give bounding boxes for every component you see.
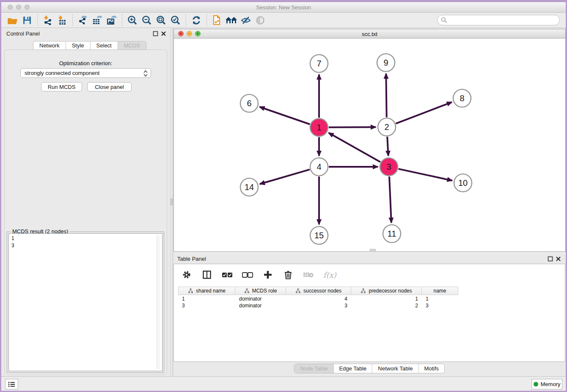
- tab-mcds[interactable]: MCDS: [118, 41, 146, 50]
- duplicate-network-button[interactable]: [210, 14, 224, 26]
- table-header-row: shared nameMCDS rolesuccessor nodesprede…: [178, 287, 458, 295]
- table-options-button[interactable]: [181, 269, 192, 280]
- first-neighbors-button[interactable]: [224, 14, 239, 26]
- memory-label: Memory: [541, 381, 561, 387]
- export-table-button[interactable]: [90, 14, 105, 26]
- add-column-button[interactable]: [262, 269, 273, 280]
- edge-1-2[interactable]: [329, 127, 376, 127]
- float-table-panel-icon[interactable]: [548, 256, 553, 262]
- cell-shared-name[interactable]: 3: [178, 302, 235, 309]
- column-label: name: [433, 288, 446, 294]
- edge-3-1[interactable]: [329, 133, 380, 162]
- float-panel-icon[interactable]: [153, 31, 158, 36]
- column-header-successor-nodes[interactable]: successor nodes: [286, 287, 351, 295]
- import-network-button[interactable]: [41, 14, 55, 26]
- panel-splitter[interactable]: [170, 28, 173, 376]
- node-label-6: 6: [247, 99, 251, 108]
- cell-shared-name[interactable]: 1: [178, 295, 235, 302]
- export-image-button[interactable]: [105, 14, 119, 26]
- edge-4-14[interactable]: [260, 169, 310, 184]
- delete-columns-button[interactable]: [283, 269, 294, 280]
- export-network-button[interactable]: [76, 14, 90, 26]
- cell-MCDS-role[interactable]: dominator: [235, 295, 286, 302]
- search-field[interactable]: [437, 15, 560, 25]
- tab-select[interactable]: Select: [90, 41, 118, 50]
- close-table-panel-icon[interactable]: [556, 256, 561, 262]
- tab-network-table[interactable]: Network Table: [372, 364, 418, 373]
- frame-resize-grip[interactable]: [370, 249, 376, 252]
- show-hidden-button[interactable]: [253, 14, 267, 26]
- cell-successor-nodes[interactable]: 3: [286, 302, 351, 309]
- table-row-3[interactable]: 3dominator323: [178, 302, 458, 309]
- column-header-shared-name[interactable]: shared name: [178, 287, 235, 295]
- tab-style[interactable]: Style: [66, 41, 90, 50]
- control-panel: Control Panel NetworkStyleSelectMCDS Opt…: [1, 28, 170, 376]
- column-header-name[interactable]: name: [422, 287, 458, 295]
- zoom-fit-button[interactable]: [154, 14, 168, 26]
- save-session-button[interactable]: [20, 14, 34, 26]
- memory-button[interactable]: Memory: [531, 379, 562, 389]
- import-table-button[interactable]: [55, 14, 69, 26]
- edge-3-11[interactable]: [389, 177, 391, 223]
- plus-icon: [263, 270, 272, 279]
- checked-boxes-icon: [222, 272, 233, 278]
- cell-successor-nodes[interactable]: 4: [286, 295, 351, 302]
- edge-3-10[interactable]: [398, 169, 452, 181]
- cell-MCDS-role[interactable]: dominator: [235, 302, 286, 309]
- gear-icon: [182, 270, 191, 279]
- cell-name[interactable]: 1: [422, 295, 458, 302]
- node-table: f(x) shared nameMCDS rolesuccessor nodes…: [173, 264, 565, 362]
- toolbar-separator: [37, 14, 38, 26]
- result-scrollbar[interactable]: [157, 235, 160, 369]
- network-graph[interactable]: 1234678910111415: [174, 39, 565, 251]
- cell-predecessor-nodes[interactable]: 1: [351, 295, 422, 302]
- run-mcds-button[interactable]: Run MCDS: [41, 82, 82, 91]
- import-table-icon: [57, 15, 67, 25]
- network-window-titlebar: × − + scc.txt: [174, 29, 565, 39]
- cell-predecessor-nodes[interactable]: 2: [351, 302, 422, 309]
- zoom-in-button[interactable]: [125, 14, 140, 26]
- tab-motifs[interactable]: Motifs: [418, 364, 444, 373]
- node-label-9: 9: [383, 58, 388, 67]
- tab-edge-table[interactable]: Edge Table: [333, 364, 372, 373]
- open-folder-icon: [7, 16, 18, 25]
- edge-1-6[interactable]: [260, 107, 310, 124]
- open-session-button[interactable]: [6, 14, 20, 26]
- network-canvas[interactable]: 1234678910111415: [174, 39, 565, 251]
- splitter-grip[interactable]: [171, 199, 173, 205]
- edge-2-3[interactable]: [387, 137, 388, 156]
- node-label-2: 2: [384, 122, 389, 132]
- table-row-1[interactable]: 1dominator411: [178, 295, 458, 302]
- refresh-icon: [191, 15, 201, 25]
- zoom-out-button[interactable]: [140, 14, 154, 26]
- column-label: shared name: [196, 288, 226, 294]
- mcds-result-text[interactable]: 1 3: [8, 233, 162, 371]
- search-input[interactable]: [447, 16, 559, 25]
- tab-node-table[interactable]: Node Table: [295, 364, 334, 373]
- tab-network[interactable]: Network: [33, 41, 66, 50]
- cell-name[interactable]: 3: [422, 302, 458, 309]
- memory-status-dot: [534, 382, 538, 386]
- task-history-button[interactable]: [5, 379, 18, 389]
- edge-2-8[interactable]: [396, 102, 451, 124]
- unselect-all-columns-button[interactable]: [242, 269, 253, 280]
- hide-selected-button[interactable]: [239, 14, 253, 26]
- zoom-fit-icon: [156, 15, 166, 25]
- zoom-selected-button[interactable]: [168, 14, 183, 26]
- column-header-predecessor-nodes[interactable]: predecessor nodes: [351, 287, 422, 295]
- apply-layout-button[interactable]: [189, 14, 204, 26]
- column-sort-icon: [295, 288, 301, 293]
- select-all-columns-button[interactable]: [222, 269, 233, 280]
- application-window: Session: New Session: [0, 0, 567, 392]
- criterion-dropdown[interactable]: strongly connected component: [20, 68, 151, 78]
- close-panel-button[interactable]: Close panel: [87, 82, 132, 91]
- function-builder-button[interactable]: f(x): [323, 271, 336, 279]
- close-panel-icon[interactable]: [161, 31, 166, 36]
- column-header-MCDS-role[interactable]: MCDS role: [235, 287, 286, 295]
- network-window-title: scc.txt: [174, 31, 565, 37]
- edge-2-9[interactable]: [386, 74, 386, 117]
- column-view-button[interactable]: [201, 269, 212, 280]
- duplicate-network-icon: [212, 15, 222, 26]
- column-label: successor nodes: [303, 288, 341, 294]
- delete-table-button[interactable]: [303, 269, 314, 280]
